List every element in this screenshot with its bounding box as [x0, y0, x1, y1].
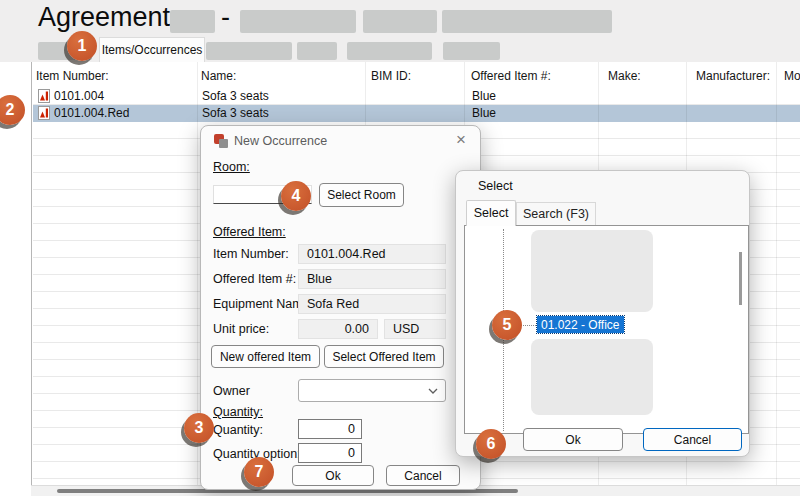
redacted-tab[interactable]	[347, 42, 432, 60]
owner-label: Owner	[213, 384, 250, 398]
item-number-field[interactable]: 0101.004.Red	[298, 244, 446, 264]
callout-badge-3: 3	[184, 413, 214, 443]
cell-offered-item: Blue	[472, 89, 496, 103]
cell-name: Sofa 3 seats	[202, 89, 269, 103]
dialog-title: Select	[478, 179, 513, 193]
room-label: Room:	[213, 160, 250, 174]
top-bar: Agreement: - Items/Occurrences	[0, 0, 800, 62]
ok-button[interactable]: Ok	[523, 428, 623, 451]
cancel-button[interactable]: Cancel	[386, 465, 460, 486]
unit-price-label: Unit price:	[213, 322, 269, 336]
offered-item-number-label: Offered Item #:	[213, 272, 296, 286]
dialog-title: New Occurrence	[234, 134, 327, 148]
quantity-input[interactable]	[298, 419, 362, 439]
tab-search[interactable]: Search (F3)	[516, 202, 596, 226]
currency-field[interactable]: USD	[384, 319, 446, 339]
column-header-manufacturer[interactable]: Manufacturer:	[696, 69, 770, 83]
item-number-label: Item Number:	[213, 247, 289, 261]
chevron-down-icon	[428, 388, 438, 394]
redacted-tab[interactable]	[443, 42, 500, 60]
table-row-selected[interactable]: 0101.004.Red Sofa 3 seats Blue	[33, 105, 800, 122]
cell-item-number: 0101.004.Red	[54, 106, 129, 120]
close-icon[interactable]: ×	[456, 130, 466, 150]
cancel-button[interactable]: Cancel	[643, 428, 742, 451]
cell-item-number: 0101.004	[54, 89, 104, 103]
select-offered-item-button[interactable]: Select Offered Item	[324, 345, 444, 368]
tree-item-selected[interactable]: 01.022 - Office	[537, 316, 624, 333]
callout-badge-2: 2	[0, 95, 25, 125]
redacted-text	[442, 10, 612, 33]
ok-button[interactable]: Ok	[292, 465, 374, 486]
tab-items-occurrences[interactable]: Items/Occurrences	[99, 37, 205, 62]
equipment-name-field[interactable]: Sofa Red	[298, 294, 446, 314]
title-separator: -	[221, 2, 230, 33]
report-icon	[38, 106, 50, 124]
redacted-tree-item[interactable]	[531, 339, 653, 415]
column-header-bim-id[interactable]: BIM ID:	[371, 69, 411, 83]
select-room-button[interactable]: Select Room	[319, 183, 404, 207]
callout-badge-6: 6	[476, 429, 506, 459]
column-header-model[interactable]: Mo	[784, 69, 800, 83]
cell-name: Sofa 3 seats	[202, 106, 269, 120]
unit-price-field[interactable]: 0.00	[298, 319, 378, 339]
quantity-section-label: Quantity:	[213, 405, 263, 419]
redacted-tab[interactable]	[297, 42, 337, 60]
table-row[interactable]: 0101.004 Sofa 3 seats Blue	[33, 88, 800, 105]
offered-item-section-label: Offered Item:	[213, 225, 286, 239]
column-header-item-number[interactable]: Item Number:	[36, 69, 109, 83]
redacted-agreement-name	[240, 10, 356, 33]
callout-badge-1: 1	[67, 31, 97, 61]
column-header-offered-item[interactable]: Offered Item #:	[471, 69, 551, 83]
cell-offered-item: Blue	[472, 106, 496, 120]
offered-item-number-field[interactable]: Blue	[298, 269, 446, 289]
redacted-tab[interactable]	[206, 42, 292, 60]
owner-dropdown[interactable]	[298, 379, 446, 402]
callout-badge-7: 7	[244, 457, 274, 487]
callout-badge-5: 5	[492, 310, 522, 340]
new-offered-item-button[interactable]: New offered Item	[211, 345, 320, 368]
redacted-agreement-number	[170, 10, 215, 33]
quantity-label: Quantity:	[213, 423, 263, 437]
new-occurrence-dialog: New Occurrence × Room: Select Room Offer…	[200, 125, 481, 490]
app-icon	[214, 134, 228, 148]
column-header-name[interactable]: Name:	[201, 69, 236, 83]
vertical-scrollbar-thumb[interactable]	[739, 252, 742, 305]
redacted-tree-item[interactable]	[531, 230, 653, 312]
column-header-make[interactable]: Make:	[608, 69, 641, 83]
page-title: Agreement:	[38, 2, 178, 33]
tab-select[interactable]: Select	[466, 200, 516, 226]
callout-badge-4: 4	[281, 181, 311, 211]
column-divider[interactable]	[776, 62, 777, 485]
redacted-text	[363, 10, 437, 33]
quantity-option-input[interactable]	[298, 443, 362, 463]
